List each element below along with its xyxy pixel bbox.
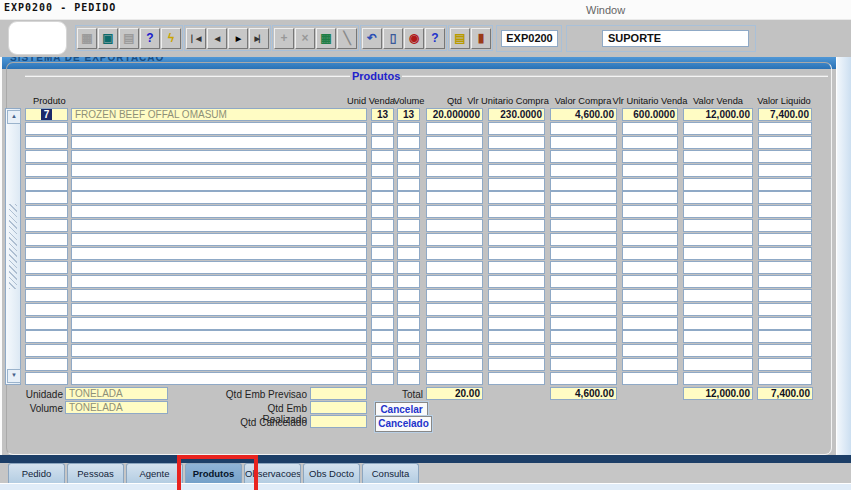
grid-cell-desc-empty[interactable]	[71, 344, 367, 357]
grid-cell-valor_compra-empty[interactable]	[550, 191, 617, 204]
last-record-button[interactable]: ▶▏	[249, 28, 269, 49]
grid-cell-valor_liquido-empty[interactable]	[758, 303, 812, 316]
grid-cell-unid-empty[interactable]	[371, 122, 394, 135]
grid-cell-valor_liquido-empty[interactable]	[758, 289, 812, 302]
next-record-button[interactable]: ▶	[228, 28, 248, 49]
grid-cell-valor_liquido-empty[interactable]	[758, 317, 812, 330]
grid-cell-vol-empty[interactable]	[397, 150, 420, 163]
grid-cell-valor_compra-empty[interactable]	[550, 164, 617, 177]
grid-cell-vol-empty[interactable]	[397, 317, 420, 330]
grid-cell-desc-empty[interactable]	[71, 303, 367, 316]
grid-cell-vol-empty[interactable]	[397, 191, 420, 204]
grid-cell-vol-empty[interactable]	[397, 247, 420, 260]
grid-cell-vol-empty[interactable]	[397, 372, 420, 385]
grid-cell-valor_liquido-empty[interactable]	[758, 150, 812, 163]
grid-cell-unid-empty[interactable]	[371, 136, 394, 149]
grid-cell-vlr_unit_compra[interactable]: 230.0000	[488, 108, 545, 121]
grid-cell-code-empty[interactable]	[25, 150, 68, 163]
grid-cell-code[interactable]: 7	[25, 108, 68, 121]
grid-cell-code-empty[interactable]	[25, 205, 68, 218]
grid-cell-vlr_unit_venda-empty[interactable]	[622, 178, 678, 191]
grid-cell-vol-empty[interactable]	[397, 303, 420, 316]
grid-cell-unid-empty[interactable]	[371, 317, 394, 330]
grid-cell-code-empty[interactable]	[25, 317, 68, 330]
grid-cell-qtd-empty[interactable]	[426, 330, 483, 343]
grid-cell-desc-empty[interactable]	[71, 247, 367, 260]
grid-cell-valor_venda-empty[interactable]	[683, 261, 753, 274]
grid-cell-valor_venda-empty[interactable]	[683, 178, 753, 191]
previous-record-button[interactable]: ◀	[207, 28, 227, 49]
grid-cell-vol-empty[interactable]	[397, 261, 420, 274]
grid-cell-unid-empty[interactable]	[371, 205, 394, 218]
grid-cell-unid-empty[interactable]	[371, 164, 394, 177]
grid-cell-valor_compra-empty[interactable]	[550, 205, 617, 218]
grid-cell-code-empty[interactable]	[25, 275, 68, 288]
grid-cell-unid-empty[interactable]	[371, 191, 394, 204]
grid-cell-code-empty[interactable]	[25, 233, 68, 246]
grid-cell-desc-empty[interactable]	[71, 233, 367, 246]
grid-cell-vol[interactable]: 13	[397, 108, 420, 121]
grid-cell-code-empty[interactable]	[25, 122, 68, 135]
grid-cell-unid-empty[interactable]	[371, 233, 394, 246]
grid-cell-unid-empty[interactable]	[371, 219, 394, 232]
grid-cell-desc-empty[interactable]	[71, 372, 367, 385]
grid-cell-valor_compra-empty[interactable]	[550, 261, 617, 274]
grid-cell-qtd-empty[interactable]	[426, 191, 483, 204]
grid-cell-desc-empty[interactable]	[71, 289, 367, 302]
grid-cell-valor_liquido-empty[interactable]	[758, 122, 812, 135]
camera-button[interactable]: ◉	[404, 28, 424, 49]
grid-cell-unid-empty[interactable]	[371, 150, 394, 163]
grid-cell-code-empty[interactable]	[25, 372, 68, 385]
grid-cell-vol-empty[interactable]	[397, 344, 420, 357]
grid-cell-valor_compra-empty[interactable]	[550, 303, 617, 316]
grid-cell-qtd-empty[interactable]	[426, 122, 483, 135]
tab-pedido[interactable]: Pedido	[8, 463, 65, 483]
grid-cell-unid-empty[interactable]	[371, 247, 394, 260]
exit-button[interactable]: ▮	[471, 28, 491, 49]
grid-cell-valor_compra-empty[interactable]	[550, 317, 617, 330]
grid-cell-vlr_unit_compra-empty[interactable]	[488, 136, 545, 149]
grid-cell-vlr_unit_venda-empty[interactable]	[622, 205, 678, 218]
username-field[interactable]: SUPORTE	[602, 30, 749, 47]
grid-cell-qtd-empty[interactable]	[426, 150, 483, 163]
grid-cell-vlr_unit_venda-empty[interactable]	[622, 164, 678, 177]
grid-cell-vlr_unit_compra-empty[interactable]	[488, 205, 545, 218]
grid-cell-vlr_unit_venda-empty[interactable]	[622, 275, 678, 288]
grid-cell-vlr_unit_venda-empty[interactable]	[622, 303, 678, 316]
grid-cell-valor_venda-empty[interactable]	[683, 164, 753, 177]
grid-cell-valor_venda-empty[interactable]	[683, 344, 753, 357]
grid-cell-code-empty[interactable]	[25, 289, 68, 302]
edit-table-button[interactable]: ▦	[316, 28, 336, 49]
grid-cell-vol-empty[interactable]	[397, 358, 420, 371]
grid-cell-valor_compra-empty[interactable]	[550, 219, 617, 232]
grid-cell-code-empty[interactable]	[25, 136, 68, 149]
grid-cell-valor_venda-empty[interactable]	[683, 233, 753, 246]
grid-cell-qtd-empty[interactable]	[426, 261, 483, 274]
grid-cell-unid-empty[interactable]	[371, 289, 394, 302]
grid-cell-valor_liquido[interactable]: 7,400.00	[758, 108, 812, 121]
grid-cell-qtd[interactable]: 20.000000	[426, 108, 483, 121]
grid-cell-vol-empty[interactable]	[397, 330, 420, 343]
grid-cell-unid-empty[interactable]	[371, 178, 394, 191]
grid-cell-valor_venda-empty[interactable]	[683, 303, 753, 316]
grid-cell-code-empty[interactable]	[25, 191, 68, 204]
grid-cell-valor_venda-empty[interactable]	[683, 330, 753, 343]
grid-cell-code-empty[interactable]	[25, 219, 68, 232]
grid-cell-code-empty[interactable]	[25, 164, 68, 177]
menu-item-window[interactable]: Window	[586, 4, 625, 16]
grid-cell-vlr_unit_venda-empty[interactable]	[622, 136, 678, 149]
grid-cell-vlr_unit_venda-empty[interactable]	[622, 233, 678, 246]
grid-cell-qtd-empty[interactable]	[426, 178, 483, 191]
grid-cell-vlr_unit_compra-empty[interactable]	[488, 261, 545, 274]
grid-cell-unid-empty[interactable]	[371, 330, 394, 343]
grid-cell-qtd-empty[interactable]	[426, 275, 483, 288]
grid-cell-qtd-empty[interactable]	[426, 344, 483, 357]
grid-cell-desc-empty[interactable]	[71, 219, 367, 232]
grid-cell-desc-empty[interactable]	[71, 122, 367, 135]
grid-cell-code-empty[interactable]	[25, 247, 68, 260]
grid-cell-desc[interactable]: FROZEN BEEF OFFAL OMASUM	[71, 108, 367, 121]
program-code-field[interactable]: EXP0200	[501, 30, 558, 47]
grid-cell-qtd-empty[interactable]	[426, 358, 483, 371]
grid-cell-vol-empty[interactable]	[397, 122, 420, 135]
grid-cell-vlr_unit_compra-empty[interactable]	[488, 275, 545, 288]
